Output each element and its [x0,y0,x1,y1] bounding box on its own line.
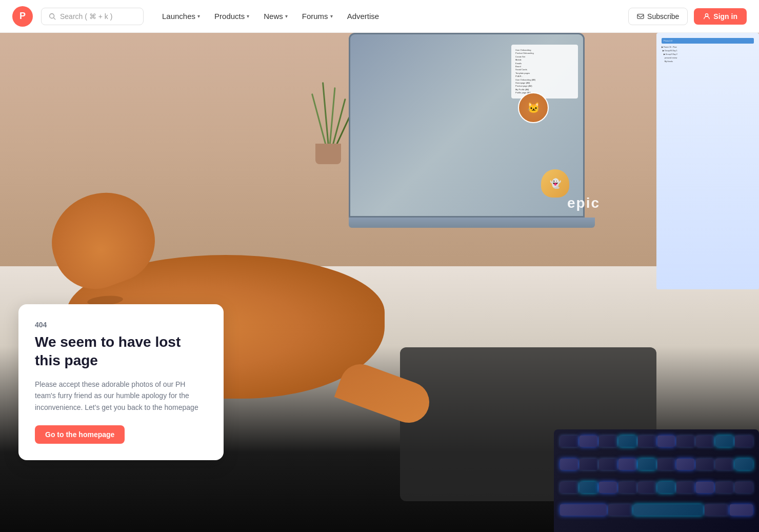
laptop-screen-content: User Onboarding Product Onboarding Creat… [511,45,578,98]
error-description: Please accept these adorable photos of o… [35,379,207,413]
key [638,459,656,470]
key [657,482,675,493]
nav-item-news[interactable]: News ▾ [257,8,294,25]
key [696,482,714,493]
key [696,436,714,447]
key-row-4 [560,504,753,526]
key [676,482,694,493]
key [715,459,733,470]
subscribe-button[interactable]: Subscribe [628,8,688,25]
key-row-2 [560,459,753,480]
keyboard [554,429,759,532]
key [657,436,675,447]
error-code: 404 [35,321,207,329]
chevron-down-icon: ▾ [247,13,249,19]
search-icon [49,13,56,20]
key [735,459,753,470]
key [730,504,753,516]
cat-tail [334,359,435,429]
plant-decoration [308,62,349,164]
chevron-down-icon: ▾ [330,13,333,19]
monitor-screen: Pinea 4.0 ▶ Frame 16 - Flow ▶ Group 66 D… [656,33,759,289]
error-title: We seem to have lost this page [35,333,207,370]
search-box[interactable]: Search ( ⌘ + k ) [41,8,144,25]
search-placeholder: Search ( ⌘ + k ) [60,12,112,21]
nav-item-forums[interactable]: Forums ▾ [296,8,339,25]
nav-actions: Subscribe Sign in [628,8,747,25]
signin-button[interactable]: Sign in [694,8,747,25]
logo[interactable]: P [12,6,33,27]
key [633,504,704,516]
cat-sticker: 🐱 [518,92,549,123]
key [560,482,578,493]
mail-icon [637,13,644,20]
key [618,459,636,470]
key [705,504,728,516]
key [560,459,578,470]
key [580,482,597,493]
key-row-1 [560,436,753,457]
key-row-3 [560,482,753,503]
svg-point-3 [706,13,708,16]
key [580,459,597,470]
key [599,436,617,447]
key [560,436,578,447]
go-to-homepage-button[interactable]: Go to the homepage [35,425,125,444]
user-icon [703,13,710,20]
key [638,482,656,493]
key [735,436,753,447]
nav-item-launches[interactable]: Launches ▾ [156,8,206,25]
key [608,504,632,516]
svg-line-1 [54,17,56,19]
key [599,459,617,470]
chevron-down-icon: ▾ [285,13,288,19]
nav-item-products[interactable]: Products ▾ [208,8,255,25]
svg-point-0 [50,13,54,18]
plant-pot [315,144,341,164]
key [618,436,636,447]
key [715,482,733,493]
key [599,482,617,493]
key [560,504,607,516]
navbar: P Search ( ⌘ + k ) Launches ▾ Products ▾… [0,0,759,33]
nav-links: Launches ▾ Products ▾ News ▾ Forums ▾ Ad… [156,8,624,25]
key [618,482,636,493]
key [735,482,753,493]
key [676,436,694,447]
key [638,436,656,447]
key [580,436,597,447]
svg-rect-2 [637,14,644,18]
key [715,436,733,447]
key [696,459,714,470]
ghost-sticker: 👻 [541,169,569,198]
key [657,459,675,470]
monitor: Pinea 4.0 ▶ Frame 16 - Flow ▶ Group 66 D… [656,33,759,289]
error-card: 404 We seem to have lost this page Pleas… [18,304,224,460]
key [676,459,694,470]
nav-item-advertise[interactable]: Advertise [341,8,386,25]
epic-text-decoration: epic [567,195,600,211]
chevron-down-icon: ▾ [197,13,200,19]
